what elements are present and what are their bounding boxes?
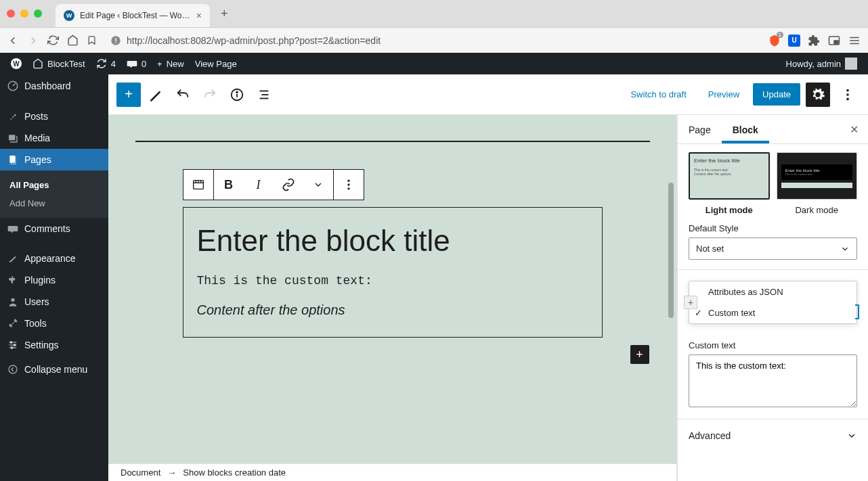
plug-icon <box>7 275 19 285</box>
shield-icon[interactable]: 1 <box>768 34 781 47</box>
url-text: http://localhost:8082/wp-admin/post.php?… <box>127 35 381 46</box>
svg-point-28 <box>846 97 849 100</box>
admin-sidebar: Dashboard Posts Media Pages All Pages Ad… <box>0 74 108 481</box>
brush-icon <box>7 253 19 264</box>
options-popover: + Attributes as JSON ✓Custom text <box>689 281 857 324</box>
sidebar-item-media[interactable]: Media <box>0 127 108 149</box>
breadcrumb-root[interactable]: Document <box>121 467 160 478</box>
reload-button[interactable] <box>47 35 59 46</box>
sidebar-item-appearance[interactable]: Appearance <box>0 248 108 269</box>
bookmark-button[interactable] <box>87 35 97 46</box>
block-appender-button[interactable]: + <box>630 345 649 364</box>
style-light-mode[interactable]: Enter the block title This is the custom… <box>689 152 770 215</box>
advanced-panel[interactable]: Advanced <box>678 419 868 452</box>
new-tab-button[interactable]: + <box>215 7 234 21</box>
site-name-menu[interactable]: BlockTest <box>27 53 91 74</box>
scrollbar[interactable] <box>668 183 674 318</box>
maximize-window-icon[interactable] <box>34 9 42 18</box>
more-options-button[interactable] <box>836 83 860 107</box>
comments-icon <box>7 223 19 234</box>
window-controls[interactable] <box>7 9 42 18</box>
home-button[interactable] <box>67 35 79 46</box>
custom-text-label: Custom text <box>689 340 857 350</box>
comments-menu[interactable]: 0 <box>121 53 152 74</box>
media-icon <box>7 133 19 143</box>
editor-canvas[interactable]: B I Enter the block title This is the cu… <box>108 115 677 481</box>
svg-point-27 <box>846 93 849 96</box>
style-dark-mode[interactable]: Enter the block title This is the custom… <box>777 152 858 215</box>
chevron-down-icon <box>846 430 857 441</box>
sidebar-item-users[interactable]: Users <box>0 291 108 313</box>
sidebar-item-comments[interactable]: Comments <box>0 218 108 239</box>
sidebar-item-pages[interactable]: Pages <box>0 149 108 170</box>
sidebar-item-tools[interactable]: Tools <box>0 313 108 334</box>
close-inspector-button[interactable]: ✕ <box>840 123 868 136</box>
svg-point-34 <box>347 180 349 182</box>
back-button[interactable] <box>7 35 19 47</box>
collapse-menu[interactable]: Collapse menu <box>0 359 108 380</box>
option-custom-text[interactable]: ✓Custom text <box>689 302 856 323</box>
submenu-pages: All Pages Add New <box>0 170 108 218</box>
settings-button[interactable] <box>806 83 830 107</box>
selected-block[interactable]: Enter the block title This is the custom… <box>183 207 603 338</box>
outline-button[interactable] <box>252 83 276 107</box>
new-content-menu[interactable]: +New <box>152 53 190 74</box>
close-window-icon[interactable] <box>7 9 15 18</box>
block-custom-text: This is the custom text: <box>197 274 588 288</box>
svg-rect-1 <box>115 38 116 41</box>
close-tab-icon[interactable]: × <box>196 10 202 21</box>
tab-page[interactable]: Page <box>678 115 722 143</box>
svg-point-22 <box>236 91 238 93</box>
plus-icon: + <box>157 59 162 69</box>
view-page-link[interactable]: View Page <box>190 53 242 74</box>
updates-menu[interactable]: 4 <box>91 53 121 74</box>
tab-block[interactable]: Block <box>722 115 769 143</box>
style-thumb-dark: Enter the block title This is the custom… <box>777 152 858 200</box>
breadcrumb-current[interactable]: Show blocks creation date <box>183 467 286 478</box>
switch-to-draft-button[interactable]: Switch to draft <box>622 84 694 105</box>
settings-sidebar: Page Block ✕ Enter the block title This … <box>677 115 868 481</box>
menu-button[interactable] <box>848 34 861 47</box>
custom-text-input[interactable] <box>689 354 857 407</box>
avatar <box>845 58 857 70</box>
block-options-button[interactable] <box>334 170 364 200</box>
minimize-window-icon[interactable] <box>20 9 28 18</box>
block-title[interactable]: Enter the block title <box>197 224 588 258</box>
forward-button[interactable] <box>27 35 39 47</box>
submenu-add-new[interactable]: Add New <box>0 194 108 212</box>
block-editor: + Switch to draft Preview Update <box>108 74 868 481</box>
link-button[interactable] <box>274 170 303 200</box>
italic-button[interactable]: I <box>244 170 274 200</box>
more-rich-text-button[interactable] <box>303 170 333 200</box>
preview-button[interactable]: Preview <box>700 84 747 105</box>
extension-icon[interactable]: U <box>788 35 800 47</box>
sidebar-item-plugins[interactable]: Plugins <box>0 269 108 291</box>
sidebar-item-settings[interactable]: Settings <box>0 334 108 356</box>
tools-button[interactable] <box>144 83 168 107</box>
chevron-down-icon <box>840 244 850 254</box>
default-style-select[interactable]: Not set <box>689 237 857 260</box>
bold-button[interactable]: B <box>214 170 244 200</box>
user-menu[interactable]: Howdy, admin <box>781 53 863 74</box>
redo-button[interactable] <box>198 83 222 107</box>
update-button[interactable]: Update <box>753 83 800 106</box>
sidebar-item-posts[interactable]: Posts <box>0 106 108 127</box>
undo-button[interactable] <box>171 83 195 107</box>
wp-logo-menu[interactable]: W <box>5 53 27 74</box>
info-button[interactable] <box>225 83 249 107</box>
extension-icons: 1 U <box>768 34 861 47</box>
pip-icon[interactable] <box>827 34 841 47</box>
url-field[interactable]: http://localhost:8082/wp-admin/post.php?… <box>105 32 760 49</box>
svg-rect-2 <box>115 42 116 43</box>
browser-tab[interactable]: W Edit Page ‹ BlockTest — WordPr × <box>56 4 210 27</box>
sliders-icon <box>7 340 19 350</box>
sidebar-item-dashboard[interactable]: Dashboard <box>0 74 108 97</box>
option-attributes-json[interactable]: Attributes as JSON <box>689 281 856 302</box>
add-block-button[interactable]: + <box>116 83 141 107</box>
collapse-icon <box>7 364 19 375</box>
block-type-button[interactable] <box>183 170 213 200</box>
extensions-button[interactable] <box>807 34 821 47</box>
pin-icon <box>7 111 19 122</box>
submenu-all-pages[interactable]: All Pages <box>0 176 108 194</box>
user-icon <box>7 296 19 307</box>
